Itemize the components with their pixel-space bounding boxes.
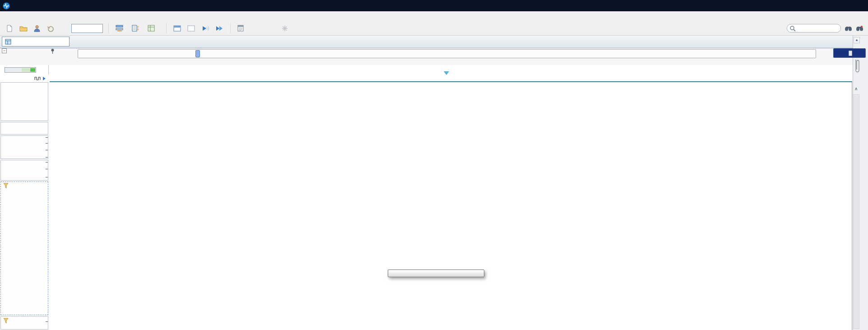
fast-forward-button[interactable] (214, 24, 225, 33)
clear-button[interactable] (280, 24, 289, 33)
titlebar (0, 0, 868, 11)
fast-forward-icon (215, 25, 223, 32)
current-time-display (833, 48, 866, 58)
collapse-panel-chevron-icon[interactable]: ∧ (854, 86, 858, 91)
play-icon (201, 25, 209, 32)
activity-label-group[interactable] (0, 135, 48, 159)
fit-all-icon (116, 25, 123, 32)
layout-icon (5, 39, 11, 45)
scroll-up-button[interactable]: ▲ (854, 37, 860, 43)
window-length-select[interactable] (71, 24, 103, 33)
time-ruler[interactable] (0, 65, 852, 75)
close-button[interactable] (848, 0, 868, 11)
scoring-select[interactable] (236, 24, 250, 33)
minimize-button[interactable] (807, 0, 827, 11)
load-progress-bar (5, 67, 36, 73)
new-document-button[interactable] (5, 24, 14, 33)
position-label-group[interactable] (0, 122, 48, 135)
eeg-label-group[interactable] (0, 82, 48, 121)
app-logo-icon (3, 2, 10, 9)
scale-all-icon (132, 25, 139, 32)
split-window-button[interactable] (172, 24, 182, 33)
cursor-marker-icon (444, 71, 449, 75)
paperclip-icon[interactable] (854, 58, 859, 75)
layout-selector[interactable] (2, 37, 70, 46)
scale-all-button[interactable] (130, 24, 143, 33)
new-window-button[interactable] (186, 24, 196, 33)
search-icon (789, 25, 796, 32)
filter-funnel-icon[interactable] (3, 318, 9, 324)
play-button[interactable] (200, 24, 210, 33)
leg-label-group[interactable] (0, 181, 48, 315)
sheet-tabstrip (0, 36, 868, 48)
overview-slider-thumb[interactable] (195, 50, 200, 57)
overview-navigator: − (0, 48, 868, 65)
sheet-icon (148, 25, 155, 32)
signal-mini-icon (34, 76, 42, 81)
patient-icon (34, 25, 40, 32)
clock-calendar-icon (849, 51, 852, 56)
noxturnal-app: − (0, 0, 868, 330)
sheet-menu-button[interactable] (146, 24, 161, 33)
plm-event-tooltip (388, 270, 484, 277)
split-window-icon (173, 25, 181, 32)
patient-button[interactable] (32, 24, 42, 33)
overview-slider[interactable] (78, 49, 816, 58)
signal-traces (0, 82, 852, 330)
play-mini-icon (43, 77, 46, 80)
right-rail: ▲ ∧ (853, 36, 868, 330)
scoring-icon (237, 25, 244, 32)
channel-label-panel (0, 82, 49, 330)
undo-button[interactable] (45, 24, 55, 33)
new-document-icon (6, 25, 13, 32)
toolbar (0, 21, 868, 36)
menubar (0, 11, 868, 21)
filter-funnel-icon[interactable] (3, 183, 9, 189)
open-recording-button[interactable] (18, 24, 29, 33)
collapse-navigator-button[interactable]: − (2, 48, 7, 53)
snowflake-icon (282, 25, 288, 32)
signal-plot-area[interactable] (0, 82, 852, 330)
window-icon (187, 25, 195, 32)
undo-icon (46, 25, 54, 32)
bottom-label-group[interactable] (0, 316, 48, 330)
find-events-icon[interactable] (845, 25, 852, 31)
find-next-icon[interactable] (856, 25, 863, 31)
epoch-band-row[interactable] (0, 75, 852, 82)
vertical-scrollbar[interactable] (854, 94, 859, 329)
open-folder-icon (19, 25, 28, 32)
fit-all-button[interactable] (114, 24, 127, 33)
maximize-button[interactable] (827, 0, 848, 11)
marker-pin-icon (51, 48, 55, 54)
audio-label-group[interactable] (0, 160, 48, 181)
